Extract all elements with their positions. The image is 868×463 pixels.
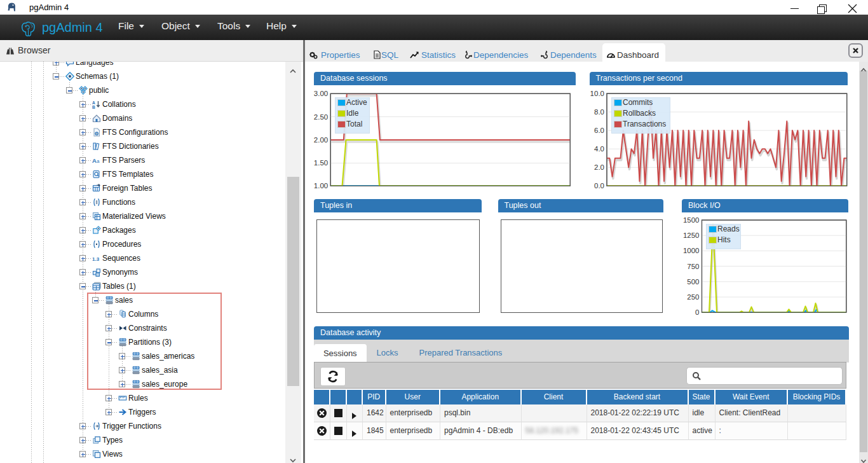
svg-text:10.0: 10.0	[590, 90, 604, 97]
svg-text:750: 750	[687, 263, 699, 270]
svg-text:0: 0	[695, 308, 699, 316]
svg-text:250: 250	[687, 293, 699, 301]
svg-text:3.00: 3.00	[314, 90, 328, 97]
svg-text:1000: 1000	[683, 247, 700, 254]
svg-text:4.0: 4.0	[594, 145, 604, 153]
svg-text:2.0: 2.0	[594, 163, 604, 171]
svg-text:6.0: 6.0	[594, 127, 604, 134]
svg-text:1.00: 1.00	[314, 182, 328, 190]
svg-text:500: 500	[687, 278, 699, 286]
svg-text:0.0: 0.0	[594, 182, 604, 190]
svg-text:8.0: 8.0	[594, 108, 604, 116]
svg-text:2.50: 2.50	[314, 113, 328, 121]
svg-text:1250: 1250	[683, 232, 700, 239]
svg-text:2.00: 2.00	[314, 136, 328, 144]
svg-text:1500: 1500	[683, 216, 700, 224]
svg-text:1.50: 1.50	[314, 159, 328, 167]
